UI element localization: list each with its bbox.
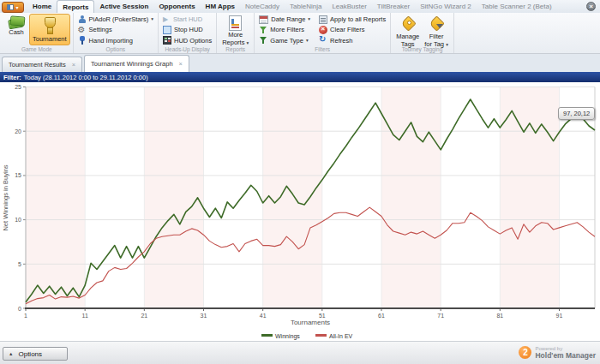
plot-band	[560, 87, 596, 309]
chevron-up-icon: ▲	[9, 351, 13, 356]
plot-band	[144, 87, 203, 309]
ribbon-tab-tiltbreaker[interactable]: TiltBreaker	[372, 0, 415, 13]
plot-band	[322, 87, 381, 309]
gear-icon	[78, 26, 87, 34]
doc-tab-label: Tournament Results	[9, 61, 66, 69]
ribbon-column: Date Range▾More FiltersGame Type▾	[257, 14, 312, 45]
cash-button[interactable]: Cash	[3, 14, 29, 45]
ribbon-tab-opponents[interactable]: Opponents	[153, 0, 200, 13]
plot-band	[85, 87, 144, 309]
button-label: Cash	[9, 29, 24, 37]
ribbon-group-filters: Date Range▾More FiltersGame Type▾Apply t…	[255, 13, 391, 53]
options-button[interactable]: ▲ Options	[3, 347, 68, 361]
close-tab-icon[interactable]: ×	[72, 62, 75, 68]
start-hud-button: Start HUD	[161, 15, 213, 24]
legend-swatch-winnings	[261, 334, 273, 337]
y-tick-label: 15	[15, 172, 21, 178]
application-window: ▾ HomeReportsActive SessionOpponentsHM A…	[0, 0, 600, 364]
x-tick-label: 1	[24, 313, 27, 319]
x-tick-label: 91	[556, 313, 563, 319]
button-label: Game Type	[270, 37, 303, 45]
app-menu-button[interactable]: ▾	[2, 2, 24, 13]
game-type-icon	[259, 36, 267, 45]
date-range-icon	[259, 15, 268, 24]
button-label: Settings	[89, 26, 112, 33]
ribbon-group-content: Date Range▾More FiltersGame Type▾Apply t…	[257, 14, 387, 45]
trophy-icon	[41, 16, 58, 35]
button-label: Tournament	[33, 36, 67, 44]
ribbon-tab-table-scanner-2-beta[interactable]: Table Scanner 2 (Beta)	[477, 0, 557, 13]
ribbon-group-label: Game Mode	[1, 46, 73, 52]
doc-tab-tournament-winnings-graph[interactable]: Tournament Winnings Graph×	[84, 55, 189, 72]
ribbon-group-content: MoreReports ▾	[219, 14, 251, 45]
button-label: PiAdoR (PokerStars)	[89, 15, 149, 23]
ribbon-tab-reports[interactable]: Reports	[57, 0, 94, 13]
button-label: Stop HUD	[174, 26, 203, 33]
morereports-button[interactable]: MoreReports ▾	[219, 14, 251, 45]
ribbon-tab-active-session[interactable]: Active Session	[94, 0, 153, 13]
ribbon-tab-bar: HomeReportsActive SessionOpponentsHM App…	[27, 0, 585, 13]
ribbon-tab-home[interactable]: Home	[27, 0, 57, 13]
ribbon-group-content: CashTournament	[3, 14, 70, 45]
powered-by-brand: 2 Powered by Hold'em Manager	[519, 346, 596, 360]
ribbon-group-heads-up-display: Start HUDStop HUDHUD OptionsHeads-Up Dis…	[159, 13, 217, 53]
x-axis-title: Tournaments	[291, 319, 330, 326]
game-type-button[interactable]: Game Type▾	[257, 36, 312, 45]
ribbon-group-label: Heads-Up Display	[159, 46, 216, 52]
x-tick-label: 21	[141, 313, 147, 319]
ribbon-tab-leakbuster[interactable]: LeakBuster	[327, 0, 371, 13]
managetags-button[interactable]: ManageTags	[393, 14, 422, 45]
settings-button[interactable]: Settings	[76, 25, 155, 34]
x-tick-label: 41	[260, 313, 267, 319]
document-tab-bar: Tournament Results×Tournament Winnings G…	[0, 54, 600, 72]
y-axis-title: Net Winnings in Buyins	[2, 164, 9, 230]
import-icon	[78, 36, 87, 45]
ribbon-tab-notecaddy[interactable]: NoteCaddy	[240, 0, 285, 13]
close-tab-icon[interactable]: ×	[179, 61, 183, 67]
apply-icon	[319, 15, 327, 24]
status-bar: ▲ Options 2 Powered by Hold'em Manager	[0, 341, 600, 364]
piador-pokerstars-button[interactable]: PiAdoR (PokerStars)▾	[76, 15, 155, 24]
doc-tab-tournament-results[interactable]: Tournament Results×	[2, 57, 82, 72]
tag-filter-icon	[428, 15, 445, 33]
ribbon: CashTournamentGame ModePiAdoR (PokerStar…	[0, 13, 600, 54]
refresh-icon	[319, 36, 327, 45]
ribbon-group-label: Options	[74, 46, 158, 52]
tournament-button[interactable]: Tournament	[29, 14, 70, 45]
brand-name: Hold'em Manager	[535, 352, 596, 360]
hm2-logo-icon: 2	[519, 346, 531, 359]
button-label: MoreReports ▾	[222, 32, 249, 46]
ribbon-group-game-mode: CashTournamentGame Mode	[1, 13, 74, 53]
legend-swatch-all-in-ev	[315, 334, 327, 337]
clear-filters-button[interactable]: Clear Filters	[317, 25, 387, 34]
chevron-down-icon: ▾	[15, 5, 18, 10]
button-label: Hand Importing	[89, 37, 133, 45]
plot-band	[263, 87, 322, 309]
ribbon-group-tourney-tagging: ManageTagsFilterfor Tag ▾Tourney Tagging	[391, 13, 454, 53]
x-tick-label: 51	[319, 313, 326, 319]
plot-band	[381, 87, 441, 309]
button-label: Date Range	[271, 15, 305, 23]
y-tick-label: 5	[18, 261, 21, 267]
legend-label-winnings: Winnings	[275, 333, 300, 340]
chevron-down-icon: ▾	[308, 17, 310, 21]
ribbon-tab-hm-apps[interactable]: HM Apps	[201, 0, 240, 13]
doc-tab-label: Tournament Winnings Graph	[91, 60, 172, 68]
refresh-button[interactable]: Refresh	[317, 36, 387, 45]
chart-tooltip: 97, 20,12	[558, 107, 595, 120]
hand-importing-button[interactable]: Hand Importing	[76, 36, 155, 45]
apply-to-all-reports-button[interactable]: Apply to all Reports	[317, 15, 387, 24]
plot-band	[500, 87, 559, 309]
ribbon-tab-tableninja[interactable]: TableNinja	[285, 0, 327, 13]
stop-hud-button[interactable]: Stop HUD	[161, 25, 213, 34]
more-filters-button[interactable]: More Filters	[257, 25, 312, 34]
report-icon	[229, 15, 242, 31]
ribbon-group-label: Filters	[255, 46, 390, 52]
x-tick-label: 61	[378, 313, 385, 319]
ribbon-tab-sitngo-wizard-2[interactable]: SitNGo Wizard 2	[415, 0, 477, 13]
close-button[interactable]: ×	[586, 2, 596, 11]
date-range-button[interactable]: Date Range▾	[257, 15, 312, 24]
hud-options-button[interactable]: HUD Options	[161, 36, 213, 45]
chevron-down-icon: ▾	[247, 40, 249, 45]
filterfor-tag-button[interactable]: Filterfor Tag ▾	[422, 14, 451, 45]
